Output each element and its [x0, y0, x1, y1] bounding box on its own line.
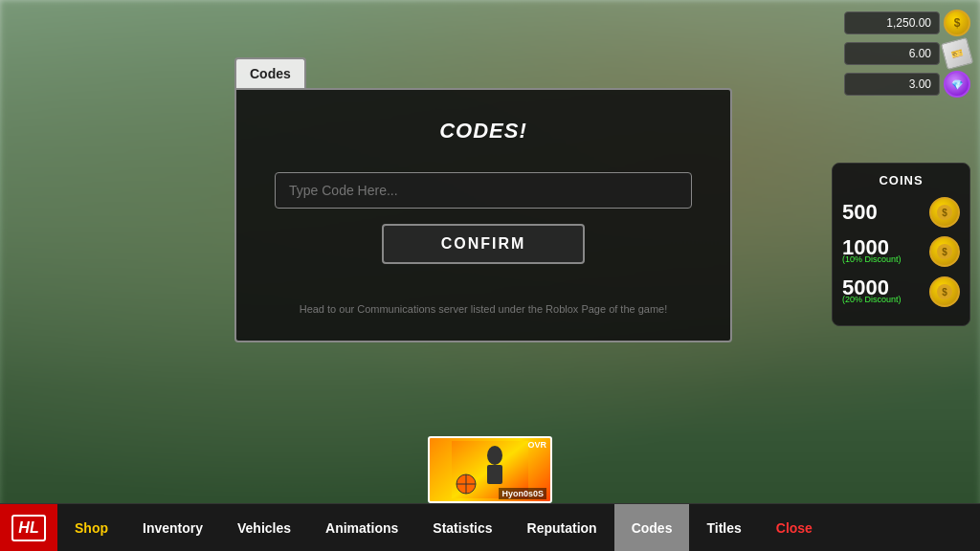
hud-ticket-icon: 🎫: [941, 37, 973, 70]
codes-modal: CODES! CONFIRM Head to our Communication…: [234, 88, 732, 342]
codes-modal-wrapper: Codes CODES! CONFIRM Head to our Communi…: [234, 57, 732, 342]
coin-icon-5000: $: [929, 276, 960, 307]
player-name-label: Hyon0s0S: [499, 488, 546, 499]
hud-gem-icon: 💎: [944, 71, 970, 98]
coin-icon-500: $: [929, 197, 960, 228]
logo-text: HL: [18, 519, 38, 537]
nav-item-codes[interactable]: Codes: [614, 504, 690, 551]
nav-item-statistics[interactable]: Statistics: [415, 504, 509, 551]
hud-coin-icon: $: [944, 10, 970, 36]
bottom-navigation: HL Shop Inventory Vehicles Animations St…: [0, 503, 980, 551]
nav-statistics-label: Statistics: [433, 520, 492, 536]
nav-item-titles[interactable]: Titles: [689, 504, 758, 551]
nav-items: Shop Inventory Vehicles Animations Stati…: [57, 504, 980, 551]
nav-logo: HL: [0, 504, 57, 552]
coins-panel-title: COINS: [842, 173, 960, 187]
hud-tickets-row: 6.00 🎫: [844, 40, 970, 67]
coins-panel: COINS 500 $ 1000 (10% Discount) $ 5000 (…: [832, 163, 970, 326]
codes-heading: CODES!: [439, 119, 527, 143]
svg-rect-11: [487, 465, 502, 484]
logo-inner: HL: [11, 515, 46, 541]
confirm-button[interactable]: CONFIRM: [382, 224, 586, 264]
coin-amount-500: 500: [842, 200, 878, 225]
coin-icon-1000: $: [929, 236, 960, 267]
hud-gems-value: 3.00: [844, 73, 940, 96]
nav-codes-label: Codes: [632, 520, 673, 536]
nav-titles-label: Titles: [706, 520, 741, 536]
nav-item-close[interactable]: Close: [759, 504, 830, 551]
codes-modal-header: Codes: [234, 57, 306, 88]
nav-close-label: Close: [776, 520, 813, 536]
svg-text:$: $: [942, 287, 947, 298]
nav-item-vehicles[interactable]: Vehicles: [220, 504, 308, 551]
svg-text:$: $: [942, 247, 947, 257]
nav-shop-label: Shop: [75, 520, 108, 536]
nav-item-animations[interactable]: Animations: [308, 504, 415, 551]
coin-discount-5000: (20% Discount): [842, 295, 902, 304]
hud-panel: 1,250.00 $ 6.00 🎫 3.00 💎: [844, 10, 970, 98]
nav-item-reputation[interactable]: Reputation: [510, 504, 614, 551]
codes-footer-text: Head to our Communications server listed…: [300, 302, 668, 317]
coin-discount-1000: (10% Discount): [842, 254, 902, 264]
ovr-label: OVR: [527, 440, 546, 450]
coin-option-1000[interactable]: 1000 (10% Discount) $: [842, 235, 960, 268]
hud-coins-row: 1,250.00 $: [844, 10, 970, 36]
nav-animations-label: Animations: [325, 520, 398, 536]
hud-coins-value: 1,250.00: [844, 11, 940, 34]
coin-option-500[interactable]: 500 $: [842, 197, 960, 228]
codes-window-title: Codes: [250, 66, 291, 81]
nav-inventory-label: Inventory: [143, 520, 203, 536]
code-input[interactable]: [275, 172, 692, 209]
coin-option-5000[interactable]: 5000 (20% Discount) $: [842, 276, 960, 308]
nav-item-inventory[interactable]: Inventory: [125, 504, 220, 551]
hud-tickets-value: 6.00: [844, 42, 940, 65]
nav-reputation-label: Reputation: [527, 520, 597, 536]
svg-point-10: [487, 446, 502, 465]
hud-gems-row: 3.00 💎: [844, 71, 970, 98]
nav-item-shop[interactable]: Shop: [57, 504, 125, 551]
player-thumbnail: Hyon0s0S OVR: [428, 436, 552, 503]
svg-text:$: $: [942, 208, 947, 218]
nav-vehicles-label: Vehicles: [237, 520, 291, 536]
